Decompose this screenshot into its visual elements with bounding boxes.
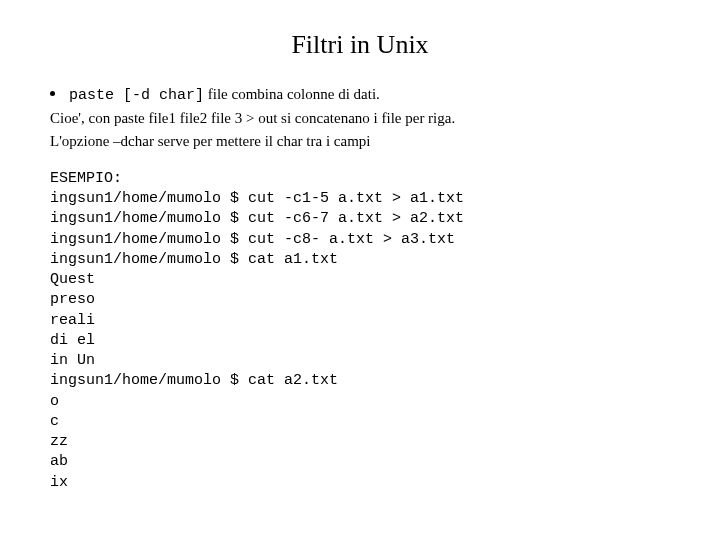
description-block: paste [-d char] file combina colonne di … xyxy=(50,84,670,151)
description-line-1: Cioe', con paste file1 file2 file 3 > ou… xyxy=(50,108,670,128)
example-block: ESEMPIO: ingsun1/home/mumolo $ cut -c1-5… xyxy=(50,169,670,493)
bullet-item: paste [-d char] file combina colonne di … xyxy=(50,84,670,106)
description-line-2: L'opzione –dchar serve per mettere il ch… xyxy=(50,131,670,151)
document-page: Filtri in Unix paste [-d char] file comb… xyxy=(0,0,720,513)
bullet-rest: file combina colonne di dati. xyxy=(204,86,380,102)
bullet-dot-icon xyxy=(50,91,55,96)
command-syntax: paste [-d char] xyxy=(69,87,204,104)
bullet-text: paste [-d char] file combina colonne di … xyxy=(69,84,380,106)
page-title: Filtri in Unix xyxy=(50,30,670,60)
